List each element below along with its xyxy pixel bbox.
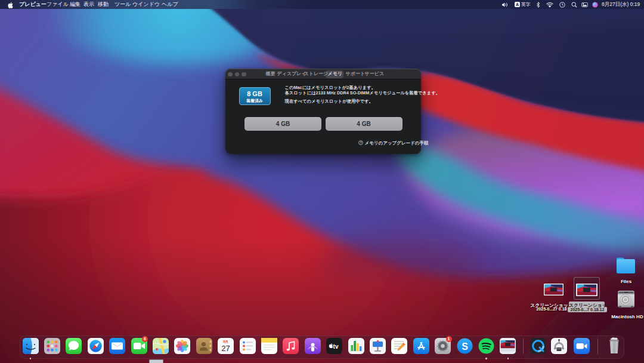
svg-text:S: S bbox=[462, 342, 468, 352]
svg-text:?: ? bbox=[360, 141, 361, 144]
svg-text:A: A bbox=[516, 2, 519, 7]
svg-text:8月: 8月 bbox=[223, 340, 228, 344]
svg-text:27: 27 bbox=[221, 344, 230, 353]
svg-text:tv: tv bbox=[333, 343, 339, 350]
